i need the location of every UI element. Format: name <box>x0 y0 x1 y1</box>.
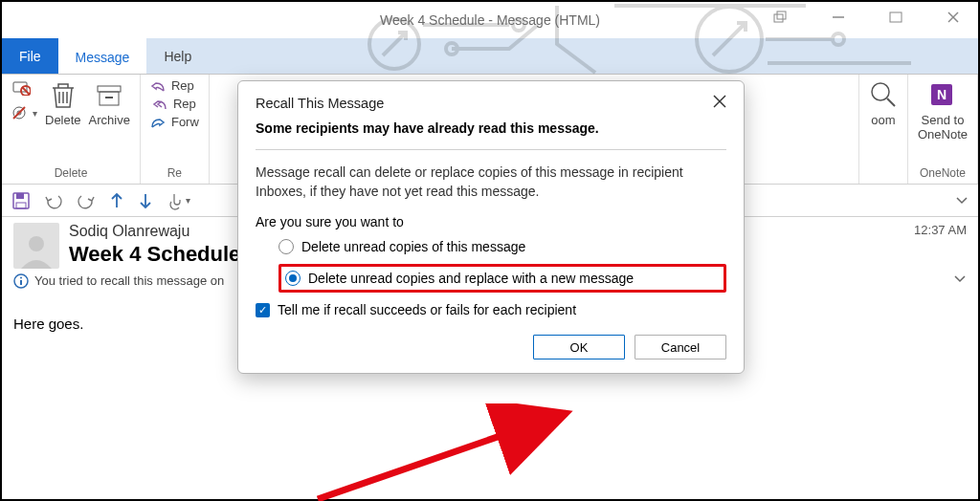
sender-name: Sodiq Olanrewaju <box>69 223 240 240</box>
forward-icon <box>150 116 167 129</box>
annotation-arrow <box>308 403 614 501</box>
radio-icon <box>278 239 294 254</box>
close-icon[interactable] <box>934 4 972 31</box>
svg-rect-25 <box>16 193 24 199</box>
dialog-close-icon[interactable] <box>713 95 726 111</box>
svg-rect-17 <box>98 86 121 92</box>
maximize-icon[interactable] <box>877 4 915 31</box>
ok-button[interactable]: OK <box>533 335 625 359</box>
group-delete: ▾ Delete Archive Delete <box>2 75 141 184</box>
reply-icon <box>150 79 167 93</box>
tab-file[interactable]: File <box>2 38 58 74</box>
svg-point-20 <box>872 83 889 100</box>
archive-button[interactable]: Archive <box>89 78 130 127</box>
save-icon[interactable] <box>11 191 31 210</box>
zoom-button[interactable]: oom <box>869 78 898 127</box>
cancel-button[interactable]: Cancel <box>635 335 726 359</box>
window-restore-icon[interactable] <box>762 4 800 31</box>
radio-label-2: Delete unread copies and replace with a … <box>308 271 634 286</box>
ribbon-tabs: File Message Help <box>2 38 978 75</box>
group-respond: Rep Rep Forw Re <box>141 75 210 184</box>
svg-line-33 <box>318 413 567 499</box>
svg-rect-6 <box>777 11 786 19</box>
subject: Week 4 Schedule <box>69 242 240 267</box>
radio-delete-and-replace[interactable]: Delete unread copies and replace with a … <box>278 264 726 293</box>
dialog-title: Recall This Message <box>256 96 384 111</box>
timestamp: 12:37 AM <box>914 223 967 237</box>
title-bar: Week 4 Schedule - Message (HTML) <box>2 2 978 38</box>
group-onenote: N Send to OneNote OneNote <box>908 75 978 184</box>
svg-point-27 <box>29 236 44 251</box>
radio-icon-selected <box>285 271 301 286</box>
svg-text:N: N <box>937 87 947 102</box>
svg-rect-26 <box>16 203 26 208</box>
dialog-question: Are you sure you want to <box>256 214 726 229</box>
recall-dialog: Recall This Message Some recipients may … <box>237 80 745 374</box>
zoom-label: oom <box>871 113 895 127</box>
delete-label: Delete <box>45 113 81 127</box>
svg-line-21 <box>887 98 895 106</box>
radio-label-1: Delete unread copies of this message <box>301 239 525 254</box>
touch-mode-icon[interactable]: ▾ <box>167 191 190 210</box>
dialog-heading: Some recipients may have already read th… <box>256 120 726 136</box>
group-zoom: oom <box>858 75 908 184</box>
undo-icon[interactable] <box>44 192 63 209</box>
redo-icon[interactable] <box>77 192 96 209</box>
chevron-down-icon[interactable] <box>953 272 967 289</box>
svg-rect-5 <box>774 14 783 22</box>
info-icon <box>13 273 29 289</box>
info-text: You tried to recall this message on <box>34 273 224 288</box>
avatar <box>13 223 59 269</box>
arrow-down-icon[interactable] <box>138 191 153 210</box>
archive-icon <box>95 78 123 111</box>
ignore-icon[interactable] <box>11 78 37 98</box>
checkbox-icon: ✓ <box>256 303 270 317</box>
checkbox-label: Tell me if recall succeeds or fails for … <box>278 302 576 317</box>
junk-icon[interactable]: ▾ <box>11 104 37 121</box>
delete-button[interactable]: Delete <box>45 78 81 127</box>
svg-rect-8 <box>890 12 902 22</box>
arrow-up-icon[interactable] <box>109 191 124 210</box>
group-label-onenote: OneNote <box>920 166 966 180</box>
reply-all-button[interactable]: Rep <box>150 97 199 111</box>
svg-point-30 <box>20 276 22 278</box>
reply-button[interactable]: Rep <box>150 78 199 93</box>
tab-help[interactable]: Help <box>146 38 209 74</box>
trash-icon <box>49 78 78 111</box>
tab-message[interactable]: Message <box>58 38 147 74</box>
dialog-description: Message recall can delete or replace cop… <box>256 163 726 201</box>
ribbon-options-icon[interactable] <box>955 194 969 207</box>
window-title: Week 4 Schedule - Message (HTML) <box>380 12 600 28</box>
onenote-icon: N <box>927 78 958 111</box>
minimize-icon[interactable] <box>819 4 858 31</box>
archive-label: Archive <box>89 113 130 127</box>
group-label-zoom <box>881 166 884 180</box>
checkbox-tell-me[interactable]: ✓ Tell me if recall succeeds or fails fo… <box>256 302 726 317</box>
magnifier-icon <box>869 78 898 111</box>
radio-delete-unread[interactable]: Delete unread copies of this message <box>278 239 726 254</box>
send-to-onenote-button[interactable]: N Send to OneNote <box>918 78 968 142</box>
group-label-respond: Re <box>167 166 182 180</box>
svg-line-13 <box>22 87 30 95</box>
onenote-label: Send to OneNote <box>918 113 968 142</box>
reply-all-icon <box>150 98 169 111</box>
group-label-delete: Delete <box>55 166 88 180</box>
forward-button[interactable]: Forw <box>150 115 199 129</box>
divider <box>256 149 726 150</box>
